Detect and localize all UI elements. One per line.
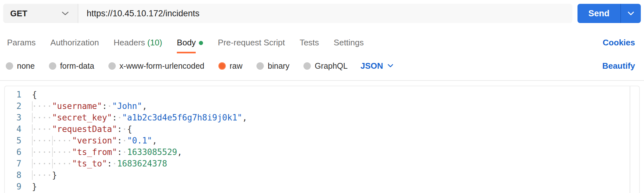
- code-token-pun: }: [52, 170, 57, 180]
- radio-icon: [303, 62, 311, 70]
- tab-authorization[interactable]: Authorization: [51, 38, 99, 52]
- code-line-content: ····"requestData":·{: [21, 123, 132, 135]
- body-type-radio-none[interactable]: none: [6, 61, 35, 71]
- code-token-str: "John": [112, 101, 142, 111]
- radio-icon: [108, 62, 116, 70]
- code-token-ws: ·: [117, 113, 122, 122]
- send-options-button[interactable]: [620, 4, 641, 23]
- code-line-8[interactable]: 8····}: [5, 169, 639, 181]
- chevron-down-icon: [627, 11, 635, 16]
- line-number: 6: [5, 146, 21, 158]
- code-token-key: "requestData": [52, 124, 117, 134]
- chevron-down-icon: [387, 64, 394, 68]
- code-line-3[interactable]: 3····"secret_key":·"a1b2c3d4e5f6g7h8i9j0…: [5, 112, 639, 123]
- radio-label: form-data: [60, 61, 94, 71]
- code-token-num: 1683624378: [117, 159, 167, 168]
- code-token-ws: ·: [107, 101, 112, 111]
- body-type-radio-form-data[interactable]: form-data: [49, 61, 94, 71]
- tab-label: Settings: [334, 38, 364, 52]
- code-token-pun: ,: [177, 147, 182, 157]
- url-input[interactable]: https://10.45.10.172/incidents: [78, 4, 572, 23]
- code-token-wsg: ····: [52, 136, 72, 145]
- code-token-key: "secret_key": [52, 113, 112, 122]
- code-token-pun: :: [107, 159, 112, 168]
- code-line-1[interactable]: 1{: [5, 89, 639, 100]
- code-line-content: ········"ts_from":·1633085529,: [21, 146, 182, 158]
- send-button-main[interactable]: Send: [577, 4, 620, 23]
- tab-label: Authorization: [51, 38, 99, 52]
- code-token-wsg: ····: [32, 113, 52, 122]
- tab-tests[interactable]: Tests: [300, 38, 319, 52]
- code-line-4[interactable]: 4····"requestData":·{: [5, 123, 639, 135]
- radio-icon: [256, 62, 264, 70]
- code-token-pun: :: [112, 113, 117, 122]
- editor-scrollbar-track[interactable]: [630, 86, 630, 193]
- cookies-link[interactable]: Cookies: [603, 38, 635, 48]
- request-tabs: ParamsAuthorizationHeaders (10)BodyPre-r…: [7, 38, 364, 53]
- request-tabs-row: ParamsAuthorizationHeaders (10)BodyPre-r…: [0, 23, 644, 53]
- tab-settings[interactable]: Settings: [334, 38, 364, 52]
- code-token-key: "ts_to": [72, 159, 107, 168]
- code-line-content: ····"secret_key":·"a1b2c3d4e5f6g7h8i9j0k…: [21, 112, 247, 123]
- code-token-wsg: ····: [32, 147, 52, 157]
- code-token-pun: :: [117, 147, 122, 157]
- body-type-row: noneform-datax-www-form-urlencodedrawbin…: [0, 53, 644, 71]
- method-select[interactable]: GET: [3, 4, 78, 23]
- line-number: 3: [5, 112, 21, 123]
- code-token-pun: {: [127, 124, 132, 134]
- body-type-radio-graphql[interactable]: GraphQL: [303, 61, 348, 71]
- code-line-content: ········"version":·"0.1",: [21, 135, 157, 146]
- code-token-key: "username": [52, 101, 102, 111]
- code-token-pun: :: [117, 136, 122, 145]
- code-token-wsg: ····: [32, 101, 52, 111]
- code-token-key: "version": [72, 136, 117, 145]
- radio-label: binary: [268, 61, 289, 71]
- body-type-options: noneform-datax-www-form-urlencodedrawbin…: [6, 61, 348, 71]
- radio-label: x-www-form-urlencoded: [120, 61, 204, 71]
- request-builder: GET https://10.45.10.172/incidents Send …: [0, 0, 644, 193]
- code-token-num: 1633085529: [127, 147, 177, 157]
- code-line-7[interactable]: 7········"ts_to":·1683624378: [5, 158, 639, 169]
- code-line-2[interactable]: 2····"username":·"John",: [5, 100, 639, 112]
- line-number: 1: [5, 89, 21, 100]
- tab-pre-request-script[interactable]: Pre-request Script: [218, 38, 285, 52]
- line-number: 7: [5, 158, 21, 169]
- line-number: 5: [5, 135, 21, 146]
- code-line-9[interactable]: 9}: [5, 181, 639, 192]
- body-code-editor[interactable]: 1{2····"username":·"John",3····"secret_k…: [4, 86, 640, 193]
- tab-label: Headers (10): [114, 38, 162, 52]
- beautify-link[interactable]: Beautify: [602, 61, 635, 71]
- request-bar: GET https://10.45.10.172/incidents Send: [3, 4, 641, 23]
- code-token-key: "ts_from": [72, 147, 117, 157]
- tab-body[interactable]: Body: [177, 38, 203, 53]
- code-token-pun: :: [117, 124, 122, 134]
- code-token-str: "a1b2c3d4e5f6g7h8i9j0k1": [122, 113, 242, 122]
- radio-label: GraphQL: [315, 61, 348, 71]
- code-token-ws: ·: [112, 159, 117, 168]
- tab-params[interactable]: Params: [7, 38, 36, 52]
- code-token-ws: ·: [122, 124, 127, 134]
- code-line-content: }: [21, 181, 37, 192]
- code-token-wsg: ····: [32, 159, 52, 168]
- body-type-radio-x-www-form-urlencoded[interactable]: x-www-form-urlencoded: [108, 61, 204, 71]
- code-token-pun: ,: [242, 113, 247, 122]
- body-type-radio-raw[interactable]: raw: [218, 61, 242, 71]
- radio-label: none: [17, 61, 35, 71]
- code-token-pun: ,: [142, 101, 147, 111]
- send-button: Send: [577, 4, 641, 23]
- body-type-radio-binary[interactable]: binary: [256, 61, 289, 71]
- code-token-wsg: ····: [32, 170, 52, 180]
- tab-label: Body: [177, 38, 196, 53]
- code-token-ws: ·: [122, 136, 127, 145]
- language-select[interactable]: JSON: [360, 61, 394, 71]
- language-select-label: JSON: [360, 61, 383, 71]
- tab-label: Params: [7, 38, 36, 52]
- code-line-6[interactable]: 6········"ts_from":·1633085529,: [5, 146, 639, 158]
- code-token-pun: :: [102, 101, 107, 111]
- radio-icon: [6, 62, 13, 70]
- code-token-pun: }: [32, 182, 37, 191]
- tab-count-badge: (10): [145, 38, 162, 47]
- radio-label: raw: [230, 61, 242, 71]
- tab-headers[interactable]: Headers (10): [114, 38, 162, 52]
- code-line-5[interactable]: 5········"version":·"0.1",: [5, 135, 639, 146]
